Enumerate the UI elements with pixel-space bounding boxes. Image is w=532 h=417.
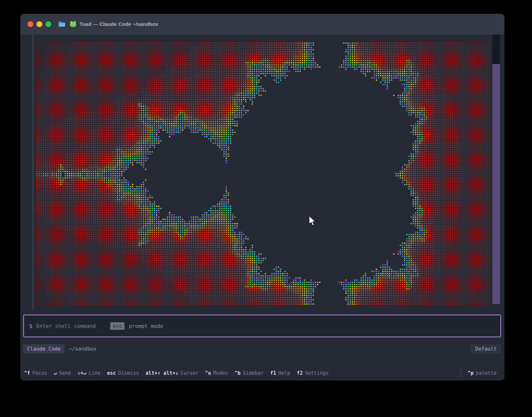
minimize-button[interactable]	[36, 21, 42, 27]
status-bar: Claude Code ~/sandbox Default	[23, 343, 501, 355]
shortcut-label: Sidebar	[243, 370, 264, 376]
window-title: Toad — Claude Code ~/sandbox	[80, 21, 158, 27]
esc-key-badge: esc	[110, 322, 125, 330]
desktop-background: Toad — Claude Code ~/sandbox $ Enter she…	[0, 0, 532, 417]
mandelbrot-fractal-output	[36, 42, 490, 305]
scrollbar-track[interactable]	[492, 35, 500, 64]
shortcut-key: ^f	[24, 370, 30, 376]
folder-icon	[58, 21, 65, 28]
shortcut-label: Settings	[305, 370, 329, 376]
shortcut-key: ^o	[205, 370, 211, 376]
shell-input-placeholder: Enter shell command	[36, 323, 96, 329]
scrollbar-thumb[interactable]	[492, 64, 500, 304]
shortcut-label: Focus	[33, 370, 47, 376]
shortcut-label: Line	[88, 370, 100, 376]
shortcut-key: ^p	[468, 370, 474, 376]
mouse-cursor-icon	[308, 215, 318, 226]
shortcut-help[interactable]: f1Help	[270, 370, 290, 376]
shortcut-cursor[interactable]: alt+↑ alt+↓Cursor	[146, 370, 198, 376]
shortcut-key: ^b	[235, 370, 241, 376]
footer-divider	[461, 369, 461, 377]
frog-icon	[69, 21, 77, 28]
shortcut-key: f2	[297, 370, 303, 376]
shortcut-sidebar[interactable]: ^bSidebar	[235, 370, 264, 376]
shortcut-key: alt+↑ alt+↓	[146, 370, 178, 376]
shell-prompt-sign: $	[29, 323, 33, 329]
app-window: Toad — Claude Code ~/sandbox $ Enter she…	[20, 14, 504, 381]
shortcut-label: Send	[59, 370, 71, 376]
window-titlebar: Toad — Claude Code ~/sandbox	[20, 14, 504, 35]
shortcut-focus[interactable]: ^fFocus	[24, 370, 47, 376]
prompt-mode-hint: prompt mode	[129, 323, 163, 329]
shortcut-label: Help	[278, 370, 290, 376]
footer-key-bar: ^fFocus↵Send⇧+↵LineescDismissalt+↑ alt+↓…	[20, 365, 504, 381]
shortcut-label: Cursor	[181, 370, 198, 376]
shortcut-settings[interactable]: f2Settings	[297, 370, 329, 376]
shell-command-input[interactable]: $ Enter shell command esc prompt mode	[23, 314, 501, 337]
shortcut-line[interactable]: ⇧+↵Line	[77, 370, 100, 376]
left-gutter-line	[32, 35, 34, 311]
working-directory: ~/sandbox	[69, 346, 97, 352]
shortcut-label: Dismiss	[118, 370, 139, 376]
shortcut-label: Modes	[213, 370, 228, 376]
terminal-viewport[interactable]	[20, 35, 504, 311]
shortcut-key: esc	[107, 370, 116, 376]
shortcut-palette[interactable]: ^ppalette	[468, 370, 497, 376]
shortcut-send[interactable]: ↵Send	[54, 370, 71, 376]
shortcut-dismiss[interactable]: escDismiss	[107, 370, 139, 376]
zoom-button[interactable]	[45, 21, 51, 27]
shortcut-key: ⇧+↵	[77, 370, 86, 376]
close-button[interactable]	[28, 21, 33, 27]
shortcut-modes[interactable]: ^oModes	[205, 370, 228, 376]
shortcut-label: palette	[476, 370, 497, 376]
claude-code-badge[interactable]: Claude Code	[23, 344, 65, 354]
shortcut-key: f1	[270, 370, 276, 376]
shortcut-key: ↵	[54, 370, 57, 376]
profile-badge[interactable]: Default	[471, 344, 501, 354]
